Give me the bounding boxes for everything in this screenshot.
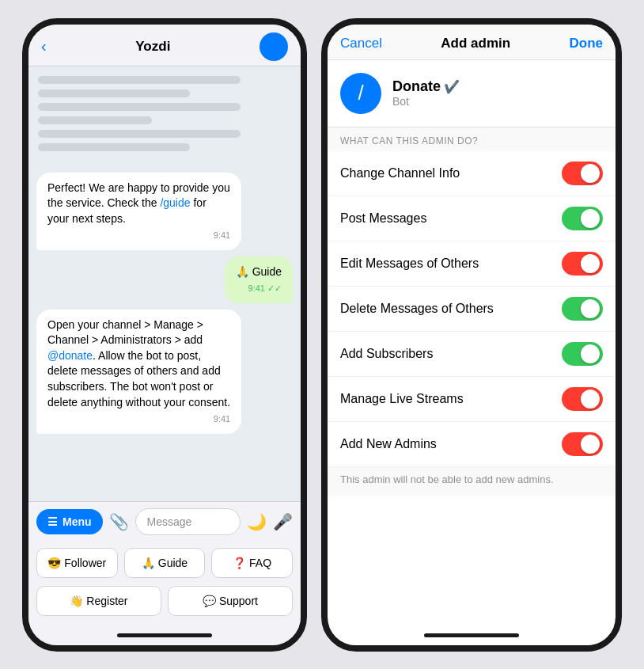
menu-label: Menu bbox=[63, 515, 92, 528]
message-time: 9:41 bbox=[47, 413, 230, 425]
toggle-post-messages[interactable] bbox=[562, 207, 603, 230]
perm-row-post-messages: Post Messages bbox=[328, 196, 616, 241]
emoji-icon[interactable]: 🌙 bbox=[247, 512, 267, 531]
mention: @donate bbox=[47, 349, 93, 362]
permissions-list: Change Channel Info Post Messages Edit M… bbox=[328, 151, 616, 467]
home-indicator-area bbox=[28, 627, 301, 645]
quick-buttons-row2: 👋 Register 💬 Support bbox=[28, 586, 301, 627]
register-label: 👋 Register bbox=[70, 595, 127, 607]
chat-header: ‹ Yozdi bbox=[28, 25, 301, 67]
home-bar-right bbox=[424, 633, 519, 637]
toggle-manage-live-streams[interactable] bbox=[562, 387, 603, 411]
toggle-add-new-admins[interactable] bbox=[562, 432, 603, 456]
blurred-line bbox=[38, 130, 241, 138]
toggle-knob bbox=[581, 209, 600, 228]
perm-label: Manage Live Streams bbox=[340, 392, 464, 406]
perm-row-manage-live-streams: Manage Live Streams bbox=[328, 377, 616, 422]
perm-label: Delete Messages of Others bbox=[340, 302, 494, 316]
toggle-knob bbox=[581, 344, 600, 363]
toggle-knob bbox=[581, 435, 600, 454]
cancel-button[interactable]: Cancel bbox=[340, 36, 382, 51]
bot-info: / Donate ✔️ Bot bbox=[328, 60, 616, 127]
bot-type: Bot bbox=[392, 95, 460, 108]
perm-label: Edit Messages of Others bbox=[340, 257, 479, 271]
blurred-line bbox=[38, 143, 190, 151]
guide-button[interactable]: 🙏 Guide bbox=[124, 548, 206, 578]
avatar-letter: / bbox=[358, 81, 363, 105]
perm-label: Post Messages bbox=[340, 211, 426, 226]
perm-row-add-subscribers: Add Subscribers bbox=[328, 332, 616, 377]
blurred-line bbox=[38, 76, 241, 84]
message-text: Open your channel > Manage > Channel > A… bbox=[47, 318, 230, 409]
message-bubble: 🙏 Guide 9:41 ✓✓ bbox=[225, 257, 293, 303]
left-phone: ‹ Yozdi Perfect! We are happy to provide… bbox=[22, 18, 307, 652]
follower-label: 😎 Follower bbox=[47, 557, 106, 569]
guide-label: 🙏 Guide bbox=[142, 557, 188, 569]
toggle-delete-messages[interactable] bbox=[562, 297, 603, 321]
message-input[interactable]: Message bbox=[135, 508, 241, 535]
faq-button[interactable]: ❓ FAQ bbox=[211, 548, 293, 578]
avatar bbox=[259, 32, 288, 61]
bot-name: Donate ✔️ bbox=[392, 78, 460, 95]
message-bubble: Perfect! We are happy to provide you the… bbox=[36, 173, 241, 250]
toggle-edit-messages[interactable] bbox=[562, 252, 603, 276]
toggle-knob bbox=[581, 254, 600, 273]
menu-button[interactable]: ☰ Menu bbox=[36, 509, 103, 534]
perm-label: Add Subscribers bbox=[340, 347, 433, 361]
toggle-knob bbox=[581, 390, 600, 409]
admin-nav: Cancel Add admin Done bbox=[328, 25, 616, 60]
message-text: Perfect! We are happy to provide you the… bbox=[47, 181, 230, 225]
perm-label: Change Channel Info bbox=[340, 166, 460, 181]
menu-icon: ☰ bbox=[47, 515, 58, 528]
register-button[interactable]: 👋 Register bbox=[36, 586, 161, 616]
toggle-knob bbox=[581, 299, 600, 318]
done-button[interactable]: Done bbox=[569, 36, 603, 51]
back-icon[interactable]: ‹ bbox=[41, 37, 47, 55]
quick-buttons-row1: 😎 Follower 🙏 Guide ❓ FAQ bbox=[28, 542, 301, 586]
perm-row-edit-messages: Edit Messages of Others bbox=[328, 241, 616, 287]
home-indicator-area-right bbox=[328, 627, 616, 645]
home-bar bbox=[117, 633, 212, 637]
voice-icon[interactable]: 🎤 bbox=[273, 512, 293, 531]
permission-note: This admin will not be able to add new a… bbox=[328, 467, 616, 496]
perm-row-delete-messages: Delete Messages of Others bbox=[328, 287, 616, 332]
support-button[interactable]: 💬 Support bbox=[168, 586, 293, 616]
blurred-line bbox=[38, 89, 190, 97]
message-time: 9:41 bbox=[47, 230, 230, 241]
nav-title: Add admin bbox=[441, 36, 510, 51]
right-phone: Cancel Add admin Done / Donate ✔️ Bot WH… bbox=[321, 18, 622, 652]
bot-name-text: Donate bbox=[392, 78, 441, 95]
perm-label: Add New Admins bbox=[340, 437, 437, 451]
blurred-line bbox=[38, 103, 241, 111]
perm-row-change-channel-info: Change Channel Info bbox=[328, 151, 616, 196]
input-bar: ☰ Menu 📎 Message 🌙 🎤 bbox=[28, 501, 301, 542]
toggle-change-channel-info[interactable] bbox=[562, 162, 603, 185]
faq-label: ❓ FAQ bbox=[233, 557, 271, 569]
message-placeholder: Message bbox=[147, 515, 192, 528]
messages-area: Perfect! We are happy to provide you the… bbox=[28, 166, 301, 501]
permissions-section-header: WHAT CAN THIS ADMIN DO? bbox=[328, 127, 616, 151]
message-text: 🙏 Guide bbox=[236, 265, 282, 278]
perm-row-add-new-admins: Add New Admins bbox=[328, 422, 616, 467]
guide-link[interactable]: /guide bbox=[160, 196, 190, 209]
blurred-line bbox=[38, 116, 152, 124]
chat-name: Yozdi bbox=[47, 39, 259, 55]
message-bubble: Open your channel > Manage > Channel > A… bbox=[36, 310, 241, 434]
attach-icon[interactable]: 📎 bbox=[109, 512, 129, 531]
verified-icon: ✔️ bbox=[444, 79, 460, 94]
bot-details: Donate ✔️ Bot bbox=[392, 78, 460, 108]
message-time: 9:41 ✓✓ bbox=[236, 283, 282, 295]
toggle-knob bbox=[581, 164, 600, 183]
bot-avatar: / bbox=[340, 73, 381, 114]
follower-button[interactable]: 😎 Follower bbox=[36, 548, 118, 578]
toggle-add-subscribers[interactable] bbox=[562, 342, 603, 366]
blurred-history bbox=[28, 67, 301, 166]
support-label: 💬 Support bbox=[203, 595, 258, 607]
